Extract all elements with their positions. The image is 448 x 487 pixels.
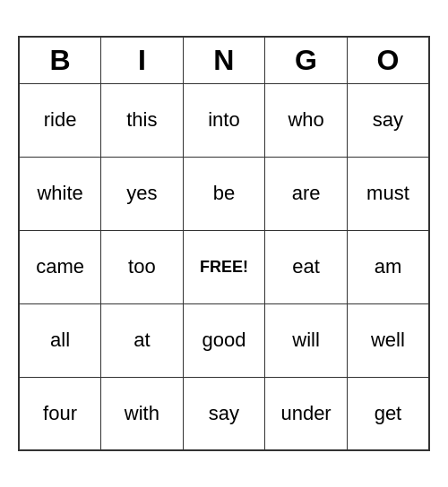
header-row: BINGO bbox=[19, 37, 429, 83]
bingo-cell-r3-c3: will bbox=[265, 303, 348, 377]
bingo-row-4: fourwithsayunderget bbox=[19, 377, 429, 450]
bingo-cell-r3-c0: all bbox=[19, 303, 101, 377]
bingo-cell-r4-c4: get bbox=[347, 377, 429, 450]
bingo-cell-r1-c0: white bbox=[19, 157, 101, 230]
bingo-row-1: whiteyesbearemust bbox=[19, 157, 429, 230]
bingo-row-2: cametooFREE!eatam bbox=[19, 230, 429, 303]
bingo-row-3: allatgoodwillwell bbox=[19, 303, 429, 377]
bingo-cell-r0-c2: into bbox=[183, 83, 265, 157]
bingo-cell-r3-c2: good bbox=[183, 303, 265, 377]
bingo-cell-r4-c3: under bbox=[265, 377, 348, 450]
header-cell-g: G bbox=[265, 37, 348, 83]
bingo-cell-r2-c1: too bbox=[101, 230, 183, 303]
bingo-cell-r4-c0: four bbox=[19, 377, 101, 450]
bingo-cell-r1-c3: are bbox=[265, 157, 348, 230]
header-cell-o: O bbox=[347, 37, 429, 83]
bingo-cell-r4-c2: say bbox=[183, 377, 265, 450]
bingo-card: BINGO ridethisintowhosaywhiteyesbearemus… bbox=[18, 36, 430, 451]
bingo-cell-r2-c4: am bbox=[347, 230, 429, 303]
bingo-cell-r4-c1: with bbox=[101, 377, 183, 450]
bingo-cell-r0-c4: say bbox=[347, 83, 429, 157]
header-cell-n: N bbox=[183, 37, 265, 83]
header-cell-b: B bbox=[19, 37, 101, 83]
bingo-row-0: ridethisintowhosay bbox=[19, 83, 429, 157]
bingo-cell-r0-c0: ride bbox=[19, 83, 101, 157]
bingo-cell-r2-c0: came bbox=[19, 230, 101, 303]
bingo-cell-r2-c3: eat bbox=[265, 230, 348, 303]
bingo-cell-r3-c4: well bbox=[347, 303, 429, 377]
bingo-cell-r1-c4: must bbox=[347, 157, 429, 230]
header-cell-i: I bbox=[101, 37, 183, 83]
bingo-cell-r2-c2: FREE! bbox=[183, 230, 265, 303]
bingo-cell-r0-c3: who bbox=[265, 83, 348, 157]
bingo-cell-r0-c1: this bbox=[101, 83, 183, 157]
bingo-cell-r3-c1: at bbox=[101, 303, 183, 377]
bingo-cell-r1-c2: be bbox=[183, 157, 265, 230]
bingo-cell-r1-c1: yes bbox=[101, 157, 183, 230]
